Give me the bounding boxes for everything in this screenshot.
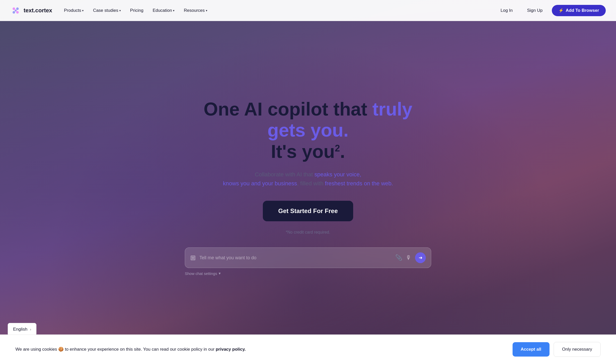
add-to-browser-button[interactable]: ⚡ Add To Browser bbox=[552, 5, 606, 16]
nav-item-education[interactable]: Education ▾ bbox=[149, 6, 179, 15]
svg-point-0 bbox=[13, 7, 15, 10]
hero-cta-area: Get Started For Free *No credit card req… bbox=[192, 201, 424, 235]
only-necessary-button[interactable]: Only necessary bbox=[554, 342, 601, 357]
nav-item-products[interactable]: Products ▾ bbox=[60, 6, 88, 15]
get-started-button[interactable]: Get Started For Free bbox=[263, 201, 353, 221]
signup-button[interactable]: Sign Up bbox=[522, 6, 547, 15]
hero-subtitle: Collaborate with AI that speaks your voi… bbox=[192, 170, 424, 188]
hero-content: One AI copilot that truly gets you. It's… bbox=[192, 99, 424, 235]
chevron-down-icon: ▾ bbox=[219, 271, 221, 276]
language-button[interactable]: English › bbox=[8, 323, 36, 336]
language-label: English bbox=[13, 327, 27, 332]
logo-icon bbox=[10, 5, 21, 16]
microphone-icon[interactable]: 🎙 bbox=[406, 254, 411, 261]
svg-point-4 bbox=[15, 9, 17, 12]
language-chevron-icon: › bbox=[30, 327, 31, 331]
hero-section: One AI copilot that truly gets you. It's… bbox=[0, 0, 616, 364]
svg-point-1 bbox=[16, 7, 19, 10]
svg-point-3 bbox=[16, 11, 19, 14]
accept-all-button[interactable]: Accept all bbox=[513, 342, 550, 357]
grid-icon: ⊞ bbox=[190, 254, 196, 262]
nav-item-pricing[interactable]: Pricing bbox=[126, 6, 148, 15]
nav-right: Log In Sign Up ⚡ Add To Browser bbox=[495, 5, 606, 16]
cookie-text: We are using cookies 🍪 to enhance your e… bbox=[15, 346, 502, 353]
navbar: text.cortex Products ▾ Case studies ▾ Pr… bbox=[0, 0, 616, 21]
nav-item-resources[interactable]: Resources ▾ bbox=[180, 6, 211, 15]
education-chevron-icon: ▾ bbox=[173, 9, 175, 12]
chat-icons-right: 📎 🎙 ➜ bbox=[395, 252, 426, 263]
cookie-banner: We are using cookies 🍪 to enhance your e… bbox=[0, 334, 616, 364]
cookie-buttons: Accept all Only necessary bbox=[513, 342, 601, 357]
lightning-icon: ⚡ bbox=[559, 8, 564, 13]
case-studies-chevron-icon: ▾ bbox=[119, 9, 121, 12]
send-button[interactable]: ➜ bbox=[415, 252, 426, 263]
resources-chevron-icon: ▾ bbox=[206, 9, 207, 12]
logo-text: text.cortex bbox=[24, 7, 52, 14]
nav-links: Products ▾ Case studies ▾ Pricing Educat… bbox=[60, 6, 495, 15]
nav-item-case-studies[interactable]: Case studies ▾ bbox=[89, 6, 125, 15]
attach-icon[interactable]: 📎 bbox=[395, 254, 402, 261]
login-button[interactable]: Log In bbox=[495, 6, 518, 15]
show-chat-settings[interactable]: Show chat settings ▾ bbox=[185, 271, 431, 276]
hero-title: One AI copilot that truly gets you. It's… bbox=[192, 99, 424, 162]
hero-chat-area: ⊞ 📎 🎙 ➜ Show chat settings ▾ bbox=[185, 247, 431, 276]
svg-point-2 bbox=[13, 11, 15, 14]
chat-input-wrapper: ⊞ 📎 🎙 ➜ bbox=[185, 247, 431, 268]
products-chevron-icon: ▾ bbox=[82, 9, 84, 12]
no-cc-text: *No credit card required. bbox=[192, 230, 424, 235]
chat-input[interactable] bbox=[199, 255, 392, 261]
logo[interactable]: text.cortex bbox=[10, 5, 52, 16]
